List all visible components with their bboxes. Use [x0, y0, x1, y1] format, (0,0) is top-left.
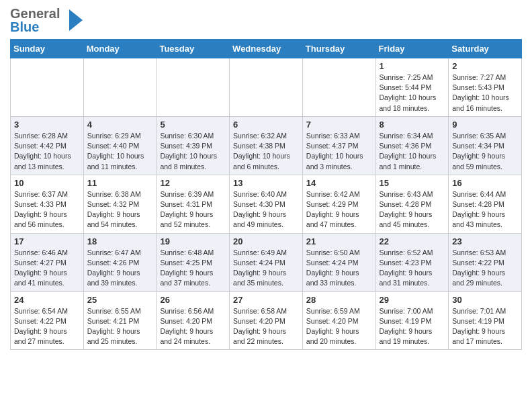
day-info: Sunrise: 6:50 AM Sunset: 4:24 PM Dayligh…	[306, 248, 372, 289]
calendar-week-2: 3Sunrise: 6:28 AM Sunset: 4:42 PM Daylig…	[11, 116, 522, 175]
day-info: Sunrise: 6:30 AM Sunset: 4:39 PM Dayligh…	[160, 131, 226, 172]
calendar-cell: 4Sunrise: 6:29 AM Sunset: 4:40 PM Daylig…	[83, 116, 157, 175]
day-info: Sunrise: 6:48 AM Sunset: 4:25 PM Dayligh…	[160, 248, 226, 289]
day-number: 16	[452, 178, 518, 188]
day-info: Sunrise: 6:47 AM Sunset: 4:26 PM Dayligh…	[87, 248, 153, 289]
svg-marker-0	[69, 9, 83, 31]
calendar-cell: 26Sunrise: 6:56 AM Sunset: 4:20 PM Dayli…	[157, 291, 230, 350]
day-info: Sunrise: 6:49 AM Sunset: 4:24 PM Dayligh…	[233, 248, 299, 289]
day-number: 23	[452, 236, 518, 246]
day-number: 5	[160, 120, 226, 130]
calendar-cell: 15Sunrise: 6:43 AM Sunset: 4:28 PM Dayli…	[375, 175, 449, 233]
calendar-week-4: 17Sunrise: 6:46 AM Sunset: 4:27 PM Dayli…	[11, 233, 522, 291]
day-number: 2	[452, 61, 518, 71]
calendar-cell: 6Sunrise: 6:32 AM Sunset: 4:38 PM Daylig…	[230, 116, 303, 175]
day-info: Sunrise: 6:29 AM Sunset: 4:40 PM Dayligh…	[87, 131, 153, 172]
day-info: Sunrise: 6:55 AM Sunset: 4:21 PM Dayligh…	[87, 306, 153, 347]
day-info: Sunrise: 6:40 AM Sunset: 4:30 PM Dayligh…	[233, 189, 299, 230]
calendar-week-3: 10Sunrise: 6:37 AM Sunset: 4:33 PM Dayli…	[11, 175, 522, 233]
day-number: 29	[380, 295, 445, 305]
calendar-cell: 19Sunrise: 6:48 AM Sunset: 4:25 PM Dayli…	[157, 233, 230, 291]
day-info: Sunrise: 6:39 AM Sunset: 4:31 PM Dayligh…	[160, 189, 226, 230]
day-info: Sunrise: 6:33 AM Sunset: 4:37 PM Dayligh…	[306, 131, 372, 172]
calendar-cell: 7Sunrise: 6:33 AM Sunset: 4:37 PM Daylig…	[302, 116, 375, 175]
day-number: 19	[160, 236, 226, 246]
calendar-cell	[302, 58, 375, 117]
calendar-cell	[157, 58, 230, 117]
day-number: 15	[380, 178, 445, 188]
day-number: 1	[380, 61, 445, 71]
column-header-wednesday: Wednesday	[230, 40, 303, 58]
calendar-cell: 12Sunrise: 6:39 AM Sunset: 4:31 PM Dayli…	[157, 175, 230, 233]
logo-display: General Blue	[10, 7, 84, 34]
day-info: Sunrise: 7:25 AM Sunset: 5:44 PM Dayligh…	[380, 73, 445, 113]
calendar-cell: 11Sunrise: 6:38 AM Sunset: 4:32 PM Dayli…	[83, 175, 157, 233]
day-number: 22	[380, 236, 445, 246]
day-number: 26	[160, 295, 226, 305]
column-header-thursday: Thursday	[302, 40, 375, 58]
day-number: 20	[233, 236, 299, 246]
day-info: Sunrise: 7:27 AM Sunset: 5:43 PM Dayligh…	[452, 73, 518, 113]
day-info: Sunrise: 7:00 AM Sunset: 4:19 PM Dayligh…	[380, 306, 445, 347]
calendar-week-5: 24Sunrise: 6:54 AM Sunset: 4:22 PM Dayli…	[11, 291, 522, 350]
day-info: Sunrise: 6:43 AM Sunset: 4:28 PM Dayligh…	[380, 189, 445, 230]
day-number: 4	[87, 120, 153, 130]
calendar-cell: 29Sunrise: 7:00 AM Sunset: 4:19 PM Dayli…	[375, 291, 449, 350]
calendar-cell: 10Sunrise: 6:37 AM Sunset: 4:33 PM Dayli…	[11, 175, 84, 233]
day-number: 6	[233, 120, 299, 130]
calendar-cell: 17Sunrise: 6:46 AM Sunset: 4:27 PM Dayli…	[11, 233, 84, 291]
calendar-cell: 18Sunrise: 6:47 AM Sunset: 4:26 PM Dayli…	[83, 233, 157, 291]
day-number: 10	[14, 178, 80, 188]
logo-blue-text: Blue	[10, 20, 60, 34]
calendar-cell: 8Sunrise: 6:34 AM Sunset: 4:36 PM Daylig…	[375, 116, 449, 175]
column-header-friday: Friday	[375, 40, 449, 58]
calendar-cell: 20Sunrise: 6:49 AM Sunset: 4:24 PM Dayli…	[230, 233, 303, 291]
day-info: Sunrise: 7:01 AM Sunset: 4:19 PM Dayligh…	[452, 306, 518, 347]
calendar-cell	[230, 58, 303, 117]
day-info: Sunrise: 6:42 AM Sunset: 4:29 PM Dayligh…	[306, 189, 372, 230]
calendar-cell: 2Sunrise: 7:27 AM Sunset: 5:43 PM Daylig…	[449, 58, 522, 117]
day-number: 13	[233, 178, 299, 188]
calendar-cell: 28Sunrise: 6:59 AM Sunset: 4:20 PM Dayli…	[302, 291, 375, 350]
calendar-cell: 25Sunrise: 6:55 AM Sunset: 4:21 PM Dayli…	[83, 291, 157, 350]
day-number: 28	[306, 295, 372, 305]
day-number: 8	[380, 120, 445, 130]
calendar-header-row: SundayMondayTuesdayWednesdayThursdayFrid…	[11, 40, 522, 58]
day-info: Sunrise: 6:34 AM Sunset: 4:36 PM Dayligh…	[380, 131, 445, 172]
logo-triangle-icon	[62, 8, 84, 32]
day-info: Sunrise: 6:59 AM Sunset: 4:20 PM Dayligh…	[306, 306, 372, 347]
day-number: 17	[14, 236, 80, 246]
day-number: 24	[14, 295, 80, 305]
day-info: Sunrise: 6:38 AM Sunset: 4:32 PM Dayligh…	[87, 189, 153, 230]
day-info: Sunrise: 6:52 AM Sunset: 4:23 PM Dayligh…	[380, 248, 445, 289]
calendar-cell: 23Sunrise: 6:53 AM Sunset: 4:22 PM Dayli…	[449, 233, 522, 291]
calendar-cell: 24Sunrise: 6:54 AM Sunset: 4:22 PM Dayli…	[11, 291, 84, 350]
calendar-cell: 16Sunrise: 6:44 AM Sunset: 4:28 PM Dayli…	[449, 175, 522, 233]
calendar-cell: 9Sunrise: 6:35 AM Sunset: 4:34 PM Daylig…	[449, 116, 522, 175]
day-info: Sunrise: 6:44 AM Sunset: 4:28 PM Dayligh…	[452, 189, 518, 230]
day-info: Sunrise: 6:56 AM Sunset: 4:20 PM Dayligh…	[160, 306, 226, 347]
calendar-cell: 1Sunrise: 7:25 AM Sunset: 5:44 PM Daylig…	[375, 58, 449, 117]
day-info: Sunrise: 6:35 AM Sunset: 4:34 PM Dayligh…	[452, 131, 518, 172]
calendar-cell	[83, 58, 157, 117]
calendar: SundayMondayTuesdayWednesdayThursdayFrid…	[10, 39, 522, 350]
calendar-cell: 27Sunrise: 6:58 AM Sunset: 4:20 PM Dayli…	[230, 291, 303, 350]
day-info: Sunrise: 6:46 AM Sunset: 4:27 PM Dayligh…	[14, 248, 80, 289]
day-info: Sunrise: 6:58 AM Sunset: 4:20 PM Dayligh…	[233, 306, 299, 347]
column-header-tuesday: Tuesday	[157, 40, 230, 58]
day-info: Sunrise: 6:54 AM Sunset: 4:22 PM Dayligh…	[14, 306, 80, 347]
column-header-sunday: Sunday	[11, 40, 84, 58]
day-number: 30	[452, 295, 518, 305]
calendar-cell: 3Sunrise: 6:28 AM Sunset: 4:42 PM Daylig…	[11, 116, 84, 175]
day-number: 25	[87, 295, 153, 305]
column-header-saturday: Saturday	[449, 40, 522, 58]
day-number: 11	[87, 178, 153, 188]
calendar-cell: 14Sunrise: 6:42 AM Sunset: 4:29 PM Dayli…	[302, 175, 375, 233]
calendar-cell: 22Sunrise: 6:52 AM Sunset: 4:23 PM Dayli…	[375, 233, 449, 291]
logo: General Blue	[10, 7, 84, 34]
day-number: 27	[233, 295, 299, 305]
logo-general-text: General	[10, 7, 60, 20]
calendar-cell: 13Sunrise: 6:40 AM Sunset: 4:30 PM Dayli…	[230, 175, 303, 233]
calendar-cell: 5Sunrise: 6:30 AM Sunset: 4:39 PM Daylig…	[157, 116, 230, 175]
day-number: 18	[87, 236, 153, 246]
